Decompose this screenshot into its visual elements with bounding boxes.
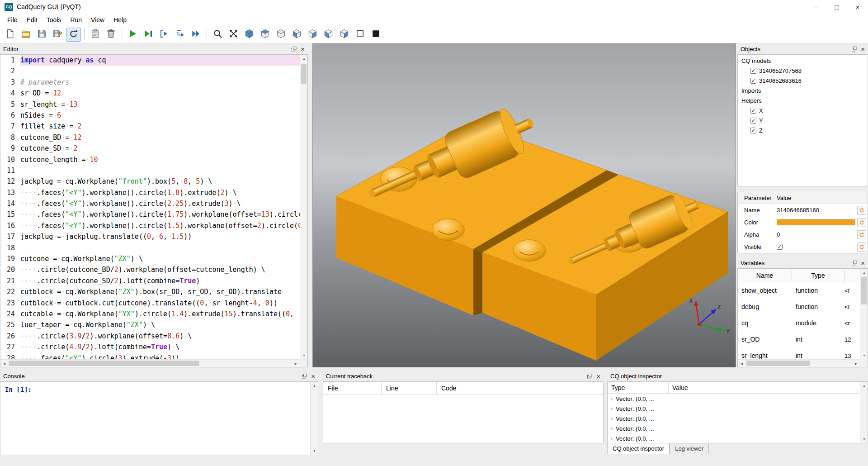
checkbox[interactable]: ✓	[750, 128, 756, 133]
variables-type-header[interactable]: Type	[792, 269, 844, 282]
code-line-23[interactable]: 23cutblock·=·cutblock.cut(cutcone).trans…	[0, 298, 300, 309]
menu-edit[interactable]: Edit	[22, 15, 42, 25]
view-back-button[interactable]	[305, 28, 320, 42]
tab-log-viewer[interactable]: Log viewer	[670, 443, 709, 454]
tree-item-imports[interactable]: Imports	[738, 86, 868, 95]
view-shaded-button[interactable]	[368, 28, 383, 42]
tree-item-y[interactable]: ✓Y	[738, 115, 868, 125]
menu-help[interactable]: Help	[109, 15, 131, 25]
code-line-11[interactable]: 11	[0, 165, 300, 176]
code-line-10[interactable]: 10cutcone_length·=·10	[0, 154, 300, 165]
view-right-button[interactable]	[337, 28, 352, 42]
reset-parameter-button[interactable]	[857, 218, 866, 227]
reset-parameter-button[interactable]	[857, 230, 866, 239]
code-line-3[interactable]: 3# parameters	[0, 77, 300, 88]
editor-vscrollbar[interactable]: ▲ ▼	[300, 55, 307, 359]
code-line-22[interactable]: 22cutblock·=·cq.Workplane("ZX").box(sr_O…	[0, 286, 300, 297]
tree-item-cq-models[interactable]: CQ models	[738, 56, 868, 66]
variable-row-sr_OD[interactable]: sr_ODint12	[738, 331, 860, 347]
code-line-6[interactable]: 6nSides·=·6	[0, 110, 300, 121]
float-dock-icon[interactable]	[587, 374, 592, 379]
menu-run[interactable]: Run	[66, 15, 86, 25]
traceback-code-header[interactable]: Code	[437, 382, 603, 394]
float-dock-icon[interactable]	[292, 47, 297, 52]
view-left-button[interactable]	[321, 28, 336, 42]
scroll-right-arrow[interactable]: ▶	[852, 360, 860, 367]
float-dock-icon[interactable]	[302, 374, 307, 379]
inspector-row-0[interactable]: ›Vector: (0.0, ...	[608, 394, 860, 404]
reset-parameter-button[interactable]	[857, 243, 866, 252]
expand-chevron-icon[interactable]: ›	[608, 395, 616, 402]
view-front-button[interactable]	[289, 28, 304, 42]
traceback-line-header[interactable]: Line	[382, 382, 437, 394]
tree-item-3140652683616[interactable]: ✓3140652683616	[738, 76, 868, 86]
inspector-row-4[interactable]: ›Vector: (0.0, ...	[608, 433, 860, 443]
tree-item-x[interactable]: ✓X	[738, 105, 868, 115]
checkbox[interactable]: ✓	[750, 78, 756, 84]
editor-code[interactable]: 1import·cadquery·as·cq23# parameters4sr_…	[0, 55, 300, 359]
tree-item-z[interactable]: ✓Z	[738, 125, 868, 135]
console-vscrollbar[interactable]: ▲ ▼	[310, 382, 318, 455]
scrollbar-thumb[interactable]	[301, 64, 307, 84]
tree-item-3140652707568[interactable]: ✓3140652707568	[738, 66, 868, 76]
code-line-8[interactable]: 8cutcone_BD·=·12	[0, 132, 300, 143]
code-line-24[interactable]: 24cutcable·=·cq.Workplane("YX").circle(1…	[0, 309, 300, 319]
view-wireframe-button[interactable]	[353, 28, 368, 42]
variables-value-header[interactable]	[844, 269, 860, 282]
save-script-button[interactable]	[34, 28, 49, 42]
code-line-1[interactable]: 1import·cadquery·as·cq	[0, 55, 300, 66]
inspector-row-1[interactable]: ›Vector: (0.0, ...	[608, 404, 860, 414]
expand-chevron-icon[interactable]: ›	[608, 405, 616, 412]
close-dock-icon[interactable]: ×	[861, 46, 865, 52]
code-line-17[interactable]: 17jackplug·=·jackplug.translate((0,·6,·1…	[0, 231, 300, 242]
scroll-right-arrow[interactable]: ▶	[292, 360, 300, 367]
variables-vscrollbar[interactable]: ▲ ▼	[860, 269, 868, 359]
minimize-button[interactable]: –	[806, 0, 826, 14]
checkbox[interactable]: ✓	[750, 108, 756, 114]
float-dock-icon[interactable]	[852, 261, 857, 266]
property-row-color[interactable]: Color	[738, 216, 868, 228]
variables-hscrollbar[interactable]: ◀ ▶	[738, 359, 860, 367]
checkbox[interactable]: ✓	[750, 68, 756, 74]
variables-name-header[interactable]: Name	[738, 269, 792, 282]
scroll-up-arrow[interactable]: ▲	[860, 382, 868, 390]
save-as-button[interactable]	[50, 28, 65, 42]
code-line-28[interactable]: 28····.faces("<Y").circle(3).extrude(-3)…	[0, 353, 300, 359]
float-dock-icon[interactable]	[852, 47, 857, 52]
console-body[interactable]: In [1]: ▲ ▼	[0, 381, 318, 455]
code-line-26[interactable]: 26····.circle(3.9/2).workplane(offset=8.…	[0, 331, 300, 342]
scroll-down-arrow[interactable]: ▼	[300, 352, 308, 359]
editor-hscrollbar[interactable]: ◀ ▶	[0, 359, 300, 367]
debug-button[interactable]	[141, 28, 156, 42]
property-row-visible[interactable]: Visible✓	[738, 241, 868, 253]
expand-chevron-icon[interactable]: ›	[608, 435, 616, 442]
code-line-27[interactable]: 27····.circle(4.9/2).loft(combine=True)·…	[0, 342, 300, 352]
checkbox[interactable]: ✓	[750, 118, 756, 124]
close-dock-icon[interactable]: ×	[301, 46, 305, 52]
inspector-type-header[interactable]: Type	[608, 382, 669, 393]
code-line-13[interactable]: 13····.faces("<Y").workplane().circle(1.…	[0, 187, 300, 198]
code-line-2[interactable]: 2	[0, 66, 300, 76]
scrollbar-thumb[interactable]	[9, 361, 199, 366]
color-swatch[interactable]	[777, 219, 855, 225]
scroll-up-arrow[interactable]: ▲	[311, 382, 318, 390]
code-line-14[interactable]: 14····.faces("<Y").workplane().circle(2.…	[0, 198, 300, 209]
scroll-down-arrow[interactable]: ▼	[311, 447, 318, 455]
property-row-alpha[interactable]: Alpha0	[738, 228, 868, 241]
fit-all-button[interactable]	[226, 28, 241, 42]
code-line-21[interactable]: 21····.circle(cutcone_SD/2).loft(combine…	[0, 276, 300, 286]
menu-tools[interactable]: Tools	[42, 15, 66, 25]
tree-item-helpers[interactable]: Helpers	[738, 95, 868, 105]
visible-checkbox[interactable]: ✓	[777, 244, 783, 250]
code-line-9[interactable]: 9cutcone_SD·=·2	[0, 143, 300, 154]
step-button[interactable]	[157, 28, 172, 42]
scrollbar-thumb[interactable]	[861, 277, 867, 304]
tab-cq-object-inspector[interactable]: CQ object inspector	[607, 443, 670, 454]
zoom-fit-button[interactable]	[210, 28, 225, 42]
code-line-19[interactable]: 19cutcone·=·cq.Workplane("ZX")·\	[0, 253, 300, 264]
variable-row-cq[interactable]: cqmodule<r	[738, 315, 860, 331]
code-line-15[interactable]: 15····.faces("<Y").workplane().circle(1.…	[0, 209, 300, 220]
code-line-16[interactable]: 16····.faces("<Y").workplane().circle(1.…	[0, 220, 300, 231]
variable-row-debug[interactable]: debugfunction<f	[738, 299, 860, 315]
code-line-20[interactable]: 20····.circle(cutcone_BD/2).workplane(of…	[0, 264, 300, 275]
